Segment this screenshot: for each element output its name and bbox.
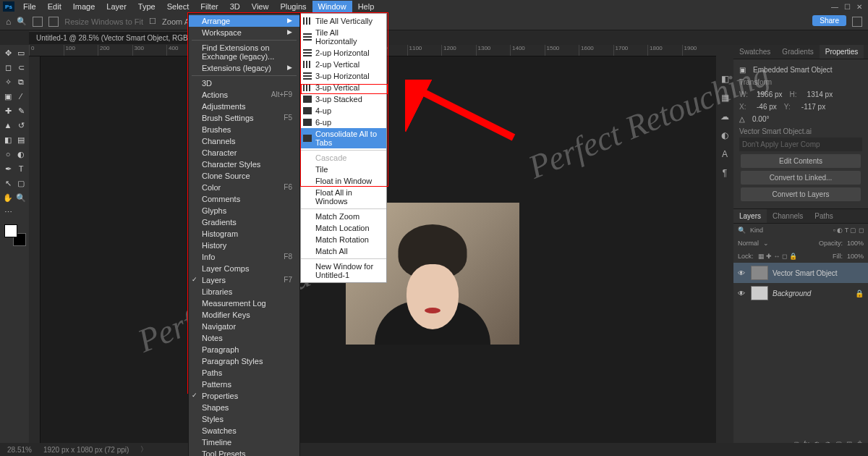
menu-item-history[interactable]: History: [189, 240, 299, 251]
layer-filter-kind[interactable]: Kind: [750, 227, 763, 234]
height-value[interactable]: 1314 px: [807, 90, 833, 98]
convert-linked-button[interactable]: Convert to Linked...: [741, 171, 861, 185]
submenu-item-float-in-window[interactable]: Float in Window: [301, 175, 386, 187]
submenu-item-new-window-for-untitled-1[interactable]: New Window for Untitled-1: [301, 261, 386, 281]
menu-item-3d[interactable]: 3D: [189, 77, 299, 89]
menu-item-modifier-keys[interactable]: Modifier Keys: [189, 309, 299, 321]
marquee-tool-icon[interactable]: ◻: [1, 61, 14, 74]
menu-item-clone-source[interactable]: Clone Source: [189, 170, 299, 182]
menu-item-character-styles[interactable]: Character Styles: [189, 159, 299, 170]
submenu-item-match-zoom[interactable]: Match Zoom: [301, 211, 386, 222]
menu-plugins[interactable]: Plugins: [274, 1, 312, 12]
menu-item-workspace[interactable]: Workspace▶: [189, 27, 299, 38]
crop-tool-icon[interactable]: ⧉: [14, 75, 27, 88]
foreground-color[interactable]: [4, 224, 17, 237]
visibility-icon[interactable]: 👁: [738, 290, 746, 297]
shape-tool-icon[interactable]: ▢: [14, 177, 27, 190]
history-brush-icon[interactable]: ↺: [14, 119, 27, 132]
eyedropper-tool-icon[interactable]: ⁄: [14, 90, 27, 103]
type-tool-icon[interactable]: T: [14, 162, 27, 175]
menu-item-find-extensions-on-exchange-legacy-[interactable]: Find Extensions on Exchange (legacy)...: [189, 42, 299, 62]
menu-window[interactable]: Window: [312, 1, 352, 12]
menu-item-paragraph[interactable]: Paragraph: [189, 344, 299, 355]
submenu-item-3-up-vertical[interactable]: 3-up Vertical: [301, 82, 386, 93]
adjustments-panel-icon[interactable]: ◐: [720, 130, 730, 140]
maximize-icon[interactable]: ☐: [844, 3, 851, 11]
submenu-item-3-up-horizontal[interactable]: 3-up Horizontal: [301, 70, 386, 82]
zoom-tool-icon[interactable]: 🔍: [17, 17, 27, 26]
submenu-item-cascade[interactable]: Cascade: [301, 152, 386, 164]
dodge-tool-icon[interactable]: ◐: [14, 148, 27, 161]
width-value[interactable]: 1966 px: [757, 90, 783, 98]
tab-paths[interactable]: Paths: [809, 209, 839, 223]
frame-tool-icon[interactable]: ▣: [1, 90, 14, 103]
tab-gradients[interactable]: Gradients: [776, 45, 819, 59]
menu-item-actions[interactable]: ActionsAlt+F9: [189, 89, 299, 101]
eraser-tool-icon[interactable]: ◧: [1, 133, 14, 146]
menu-item-paragraph-styles[interactable]: Paragraph Styles: [189, 355, 299, 367]
brush-tool-icon[interactable]: ✎: [14, 104, 27, 117]
wand-tool-icon[interactable]: ✧: [1, 75, 14, 88]
y-value[interactable]: -117 px: [801, 103, 825, 111]
menu-item-layers[interactable]: ✓LayersF7: [189, 274, 299, 286]
zoom-tool-icon[interactable]: 🔍: [14, 191, 27, 204]
lasso-tool-icon[interactable]: ⊂: [14, 61, 27, 74]
menu-help[interactable]: Help: [352, 1, 380, 12]
menu-item-channels[interactable]: Channels: [189, 135, 299, 147]
path-tool-icon[interactable]: ↖: [1, 177, 14, 190]
menu-edit[interactable]: Edit: [42, 1, 67, 12]
hand-tool-icon[interactable]: ✋: [1, 191, 14, 204]
menu-item-arrange[interactable]: Arrange▶: [189, 15, 299, 27]
menu-item-color[interactable]: ColorF6: [189, 182, 299, 193]
submenu-item-4-up[interactable]: 4-up: [301, 105, 386, 117]
fill-value[interactable]: 100%: [847, 253, 864, 260]
healing-tool-icon[interactable]: ✚: [1, 104, 14, 117]
document-tab[interactable]: Untitled-1 @ 28.5% (Vector Smart Object,…: [29, 31, 214, 44]
submenu-item-6-up[interactable]: 6-up: [301, 117, 386, 128]
submenu-item-tile-all-vertically[interactable]: Tile All Vertically: [301, 15, 386, 27]
menu-item-glyphs[interactable]: Glyphs: [189, 205, 299, 216]
libraries-panel-icon[interactable]: ☁: [720, 111, 730, 122]
menu-3d[interactable]: 3D: [224, 1, 246, 12]
submenu-item-match-location[interactable]: Match Location: [301, 222, 386, 234]
submenu-item-tile-all-horizontally[interactable]: Tile All Horizontally: [301, 27, 386, 47]
tab-properties[interactable]: Properties: [820, 45, 864, 59]
layer-row[interactable]: 👁 Background 🔒: [733, 283, 868, 303]
convert-layers-button[interactable]: Convert to Layers: [741, 187, 861, 201]
menu-item-styles[interactable]: Styles: [189, 413, 299, 425]
layer-name[interactable]: Vector Smart Object: [773, 269, 837, 277]
blur-tool-icon[interactable]: ○: [1, 148, 14, 161]
tab-channels[interactable]: Channels: [767, 209, 809, 223]
edit-contents-button[interactable]: Edit Contents: [741, 154, 861, 168]
submenu-item-consolidate-all-to-tabs[interactable]: Consolidate All to Tabs: [301, 128, 386, 148]
color-panel-icon[interactable]: ◧: [720, 74, 730, 84]
pen-tool-icon[interactable]: ✒: [1, 162, 14, 175]
opacity-value[interactable]: 100%: [847, 240, 864, 247]
submenu-item-float-all-in-windows[interactable]: Float All in Windows: [301, 187, 386, 207]
menu-item-comments[interactable]: Comments: [189, 193, 299, 205]
tab-layers[interactable]: Layers: [733, 209, 767, 223]
artboard-tool-icon[interactable]: ▭: [14, 46, 27, 59]
blend-mode[interactable]: Normal: [738, 240, 759, 247]
submenu-item-match-rotation[interactable]: Match Rotation: [301, 234, 386, 245]
menu-item-info[interactable]: InfoF8: [189, 251, 299, 263]
menu-item-gradients[interactable]: Gradients: [189, 216, 299, 228]
share-button[interactable]: Share: [812, 15, 846, 26]
menu-view[interactable]: View: [246, 1, 275, 12]
menu-file[interactable]: File: [17, 1, 42, 12]
menu-item-histogram[interactable]: Histogram: [189, 228, 299, 240]
color-swatches[interactable]: [4, 224, 26, 246]
menu-item-brush-settings[interactable]: Brush SettingsF5: [189, 112, 299, 124]
menu-item-notes[interactable]: Notes: [189, 332, 299, 344]
menu-item-patterns[interactable]: Patterns: [189, 379, 299, 390]
tab-swatches[interactable]: Swatches: [733, 45, 776, 59]
paragraph-panel-icon[interactable]: ¶: [720, 168, 730, 178]
zoom-out-icon[interactable]: [48, 17, 59, 27]
zoom-in-icon[interactable]: [33, 17, 43, 27]
minimize-icon[interactable]: —: [831, 3, 838, 11]
menu-item-character[interactable]: Character: [189, 147, 299, 159]
gradient-tool-icon[interactable]: ▤: [14, 133, 27, 146]
resize-windows-option[interactable]: Resize Windows to Fit: [64, 17, 143, 26]
edit-toolbar-icon[interactable]: ⋯: [1, 206, 14, 219]
menu-item-swatches[interactable]: Swatches: [189, 425, 299, 436]
